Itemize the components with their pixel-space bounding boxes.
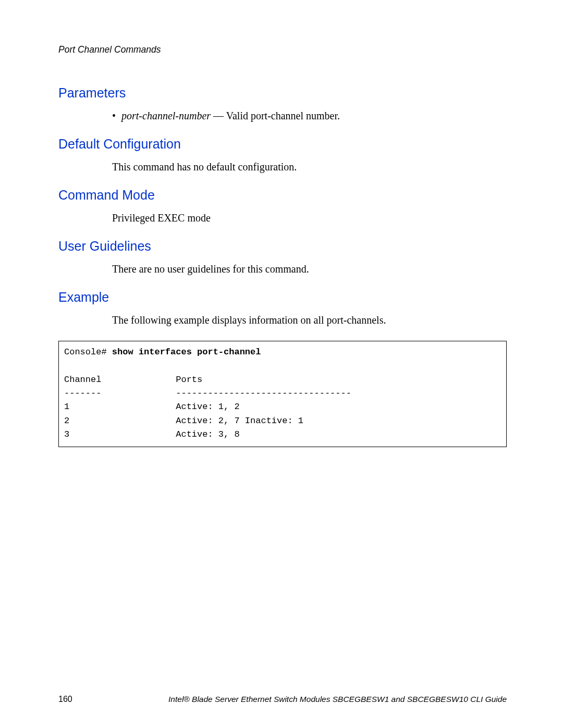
code-command: show interfaces port-channel [112,347,261,357]
heading-parameters: Parameters [58,85,507,101]
code-row2: 2 Active: 2, 7 Inactive: 1 [64,416,303,426]
bullet-marker: • [112,109,121,123]
heading-user-guidelines: User Guidelines [58,239,507,254]
parameter-line: port-channel-number — Valid port-channel… [121,109,340,123]
code-prompt: Console# [64,347,112,357]
default-config-text: This command has no default configuratio… [112,160,507,174]
code-divider-row: ------- --------------------------------… [64,388,351,398]
heading-default-config: Default Configuration [58,137,507,152]
heading-command-mode: Command Mode [58,188,507,203]
code-header-row: Channel Ports [64,375,202,385]
code-row3: 3 Active: 3, 8 [64,429,240,439]
example-code-box: Console# show interfaces port-channel Ch… [58,341,507,447]
running-header: Port Channel Commands [58,44,507,55]
footer-title: Intel® Blade Server Ethernet Switch Modu… [168,695,507,704]
parameter-desc: — Valid port-channel number. [211,110,340,121]
parameter-name: port-channel-number [121,110,211,121]
user-guidelines-text: There are no user guidelines for this co… [112,262,507,276]
heading-example: Example [58,290,507,305]
command-mode-text: Privileged EXEC mode [112,211,507,225]
page-number: 160 [58,695,72,704]
page: Port Channel Commands Parameters • port-… [0,0,563,447]
code-row1: 1 Active: 1, 2 [64,402,240,412]
parameters-bullet: • port-channel-number — Valid port-chann… [112,109,507,123]
page-footer: 160 Intel® Blade Server Ethernet Switch … [58,695,507,704]
example-intro: The following example displays informati… [112,313,507,327]
